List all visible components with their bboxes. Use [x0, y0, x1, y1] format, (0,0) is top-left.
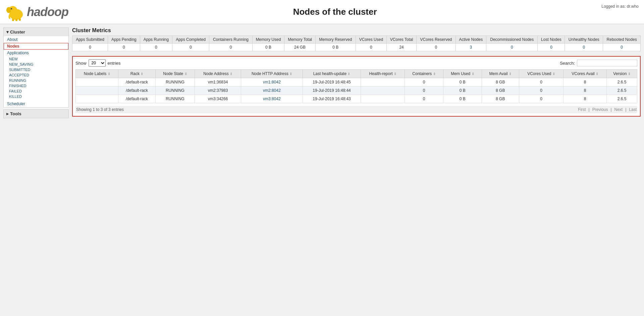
hadoop-logo-text: hadoop [27, 5, 68, 19]
table-cell-r0-c10: 0 [519, 78, 564, 86]
top-bar: hadoop Nodes of the cluster Logged in as… [0, 0, 644, 24]
table-cell-r1-c3: vm2:37983 [195, 86, 241, 95]
sidebar-sublink-finished[interactable]: FINISHED [6, 83, 68, 88]
table-cell-r2-c4[interactable]: vm3:8042 [241, 95, 303, 103]
show-entries-bar: Show 102050100 entries Search: [75, 59, 637, 67]
metrics-col-value-14[interactable]: 0 [565, 44, 603, 51]
cluster-triangle-icon: ▾ [6, 29, 9, 35]
table-row: /default-rackRUNNINGvm1:36834vm1:804219-… [76, 78, 637, 86]
sidebar-link-applications[interactable]: Applications [4, 50, 68, 56]
logo-area: hadoop [5, 3, 68, 21]
pagination-links: First | Previous | Next | Last [578, 107, 637, 112]
metrics-col-header-7: Memory Reserved [315, 36, 356, 44]
metrics-col-header-0: Apps Submitted [72, 36, 108, 44]
nodes-table: Node Labels ⇕Rack ⇕Node State ⇕Node Addr… [75, 69, 637, 103]
sort-arrows-0: ⇕ [108, 72, 110, 76]
sort-arrows-4: ⇕ [289, 72, 292, 76]
nodes-col-header-2[interactable]: Node State ⇕ [155, 70, 195, 78]
sidebar-sublink-accepted[interactable]: ACCEPTED [6, 72, 68, 78]
login-info: Logged in as: dr.who [601, 3, 639, 9]
nodes-col-header-8[interactable]: Mem Used ⇕ [443, 70, 482, 78]
metrics-col-value-4: 0 [209, 44, 252, 51]
table-cell-r0-c5: 19-Jul-2019 16:48:45 [303, 78, 361, 86]
table-cell-r0-c9: 8 GB [482, 78, 519, 86]
table-cell-r1-c6 [361, 86, 405, 95]
page-title: Nodes of the cluster [293, 7, 377, 17]
svg-rect-7 [19, 18, 21, 21]
pagination-previous[interactable]: Previous [592, 107, 608, 112]
table-cell-r2-c12: 2.6.5 [607, 95, 637, 103]
table-row: /default-rackRUNNINGvm3:34266vm3:804219-… [76, 95, 637, 103]
sidebar-cluster-label: Cluster [10, 29, 25, 35]
table-row: /default-rackRUNNINGvm2:37983vm2:804219-… [76, 86, 637, 95]
nodes-col-header-12[interactable]: Version ⇕ [607, 70, 637, 78]
nodes-col-header-6[interactable]: Health-report ⇕ [361, 70, 405, 78]
sidebar-sublink-failed[interactable]: FAILED [6, 88, 68, 94]
nodes-table-body: /default-rackRUNNINGvm1:36834vm1:804219-… [76, 78, 637, 103]
sort-arrows-9: ⇕ [509, 72, 512, 76]
sidebar-link-about[interactable]: About [4, 36, 68, 43]
metrics-col-value-3: 0 [172, 44, 209, 51]
table-cell-r1-c4[interactable]: vm2:8042 [241, 86, 303, 95]
table-cell-r1-c1: /default-rack [118, 86, 155, 95]
sidebar-sublink-new[interactable]: NEW [6, 56, 68, 62]
table-cell-r0-c2: RUNNING [155, 78, 195, 86]
pagination-next[interactable]: Next [614, 107, 623, 112]
metrics-col-header-6: Memory Total [284, 36, 316, 44]
pagination-sep3: | [625, 107, 626, 112]
sidebar-sublink-new-saving[interactable]: NEW_SAVING [6, 62, 68, 67]
table-cell-r2-c1: /default-rack [118, 95, 155, 103]
show-label: Show [75, 61, 87, 66]
table-cell-r2-c10: 0 [519, 95, 564, 103]
content-area: Cluster Metrics Apps SubmittedApps Pendi… [72, 27, 641, 118]
sidebar-sublink-running[interactable]: RUNNING [6, 78, 68, 83]
metrics-header-row: Apps SubmittedApps PendingApps RunningAp… [72, 36, 641, 44]
metrics-col-value-11[interactable]: 3 [455, 44, 486, 51]
nodes-col-header-11[interactable]: VCores Avail ⇕ [564, 70, 607, 78]
entries-select[interactable]: 102050100 [89, 59, 106, 67]
pagination-last[interactable]: Last [629, 107, 637, 112]
metrics-col-header-1: Apps Pending [108, 36, 140, 44]
cluster-metrics-table: Apps SubmittedApps PendingApps RunningAp… [72, 36, 641, 51]
metrics-col-value-2: 0 [140, 44, 172, 51]
sort-arrows-8: ⇕ [472, 72, 474, 76]
nodes-col-header-4[interactable]: Node HTTP Address ⇕ [241, 70, 303, 78]
metrics-col-value-13[interactable]: 0 [538, 44, 565, 51]
nodes-col-header-5[interactable]: Last health-update ⇕ [303, 70, 361, 78]
nodes-col-header-1[interactable]: Rack ⇕ [118, 70, 155, 78]
nodes-table-container: Show 102050100 entries Search: Node Labe… [72, 56, 641, 117]
page-title-area: Nodes of the cluster [68, 7, 601, 17]
sidebar-sublink-killed[interactable]: KILLED [6, 94, 68, 99]
sidebar-sublink-submitted[interactable]: SUBMITTED [6, 67, 68, 72]
table-cell-r2-c5: 19-Jul-2019 16:48:43 [303, 95, 361, 103]
svg-point-3 [11, 8, 12, 9]
metrics-col-value-6: 24 GB [284, 44, 316, 51]
table-cell-r0-c4[interactable]: vm1:8042 [241, 78, 303, 86]
sort-arrows-10: ⇕ [552, 72, 555, 76]
nodes-col-header-10[interactable]: VCores Used ⇕ [519, 70, 564, 78]
entries-label: entries [108, 61, 121, 66]
nodes-col-header-7[interactable]: Containers ⇕ [405, 70, 443, 78]
sidebar-tools-header[interactable]: ▸ Tools [4, 110, 68, 118]
metrics-col-header-11: Active Nodes [455, 36, 486, 44]
metrics-col-value-15[interactable]: 0 [603, 44, 641, 51]
metrics-col-value-1: 0 [108, 44, 140, 51]
search-input[interactable] [577, 60, 637, 66]
main-layout: ▾ Cluster About Nodes Applications NEW N… [0, 24, 644, 122]
table-cell-r2-c3: vm3:34266 [195, 95, 241, 103]
nodes-col-header-0[interactable]: Node Labels ⇕ [76, 70, 118, 78]
table-cell-r2-c9: 8 GB [482, 95, 519, 103]
table-cell-r1-c9: 8 GB [482, 86, 519, 95]
pagination-first[interactable]: First [578, 107, 586, 112]
cluster-metrics-title: Cluster Metrics [72, 27, 641, 34]
metrics-col-value-12[interactable]: 0 [486, 44, 538, 51]
sidebar-cluster-header[interactable]: ▾ Cluster [4, 28, 68, 36]
nodes-col-header-3[interactable]: Node Address ⇕ [195, 70, 241, 78]
nodes-col-header-9[interactable]: Mem Avail ⇕ [482, 70, 519, 78]
metrics-col-value-0: 0 [72, 44, 108, 51]
sidebar-link-scheduler[interactable]: Scheduler [4, 101, 68, 107]
table-cell-r0-c0 [76, 78, 118, 86]
metrics-values-row: 000000 B24 GB0 B024030000 [72, 44, 641, 51]
sidebar-link-nodes[interactable]: Nodes [4, 43, 68, 50]
sort-arrows-12: ⇕ [628, 72, 631, 76]
